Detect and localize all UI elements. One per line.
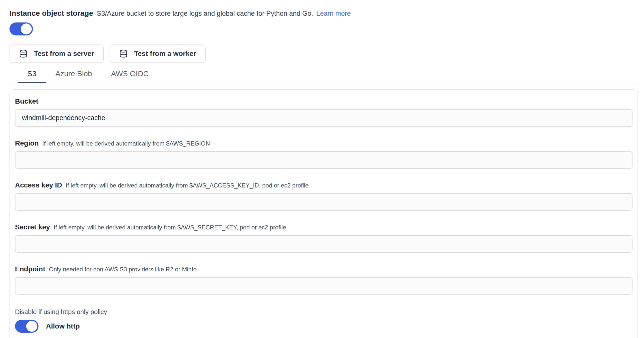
page-title: Instance object storage bbox=[10, 9, 93, 17]
database-icon bbox=[119, 49, 128, 58]
database-icon bbox=[19, 49, 28, 58]
access-key-id-field: Access key ID If left empty, will be der… bbox=[15, 181, 632, 211]
region-field: Region If left empty, will be derived au… bbox=[15, 139, 632, 169]
endpoint-label: Endpoint bbox=[15, 265, 45, 273]
allow-http-toggle[interactable] bbox=[15, 320, 38, 333]
learn-more-link[interactable]: Learn more bbox=[316, 10, 351, 17]
region-input[interactable] bbox=[15, 151, 632, 169]
tab-aws-oidc[interactable]: AWS OIDC bbox=[102, 67, 158, 83]
test-from-worker-button[interactable]: Test from a worker bbox=[110, 44, 206, 63]
secret-key-label: Secret key bbox=[15, 223, 50, 231]
endpoint-hint: Only needed for non AWS S3 providers lik… bbox=[49, 266, 196, 273]
test-from-worker-label: Test from a worker bbox=[134, 50, 196, 58]
allow-http-label: Allow http bbox=[46, 322, 80, 330]
object-storage-enable-toggle[interactable] bbox=[10, 22, 33, 35]
access-key-id-input[interactable] bbox=[15, 193, 632, 211]
allow-http-row: Allow http bbox=[15, 320, 632, 333]
access-key-id-hint: If left empty, will be derived automatic… bbox=[66, 182, 308, 189]
test-from-server-button[interactable]: Test from a server bbox=[10, 44, 104, 63]
page-subtitle: S3/Azure bucket to store large logs and … bbox=[97, 10, 313, 17]
bucket-field: Bucket bbox=[15, 97, 632, 127]
bucket-label: Bucket bbox=[15, 97, 38, 105]
region-label: Region bbox=[15, 139, 39, 147]
bucket-input[interactable] bbox=[15, 109, 632, 127]
storage-provider-tabs: S3 Azure Blob AWS OIDC bbox=[10, 67, 638, 83]
endpoint-input[interactable] bbox=[15, 277, 632, 295]
test-actions: Test from a server Test from a worker bbox=[10, 44, 638, 63]
tab-s3[interactable]: S3 bbox=[18, 67, 46, 83]
s3-settings-panel: Bucket Region If left empty, will be der… bbox=[10, 89, 638, 338]
tab-azure-blob[interactable]: Azure Blob bbox=[46, 67, 102, 83]
secret-key-hint: If left empty, will be derived automatic… bbox=[54, 224, 286, 231]
object-storage-header: Instance object storage S3/Azure bucket … bbox=[10, 8, 638, 18]
secret-key-field: Secret key If left empty, will be derive… bbox=[15, 223, 632, 253]
access-key-id-label: Access key ID bbox=[15, 181, 62, 189]
region-hint: If left empty, will be derived automatic… bbox=[42, 140, 210, 147]
toggle-knob bbox=[26, 321, 37, 332]
secret-key-input[interactable] bbox=[15, 235, 632, 253]
toggle-knob bbox=[21, 23, 32, 34]
allow-http-note: Disable if using https only policy bbox=[15, 308, 632, 316]
endpoint-field: Endpoint Only needed for non AWS S3 prov… bbox=[15, 265, 632, 295]
test-from-server-label: Test from a server bbox=[34, 50, 94, 58]
instance-settings-page: Instance object storage S3/Azure bucket … bbox=[0, 0, 644, 338]
